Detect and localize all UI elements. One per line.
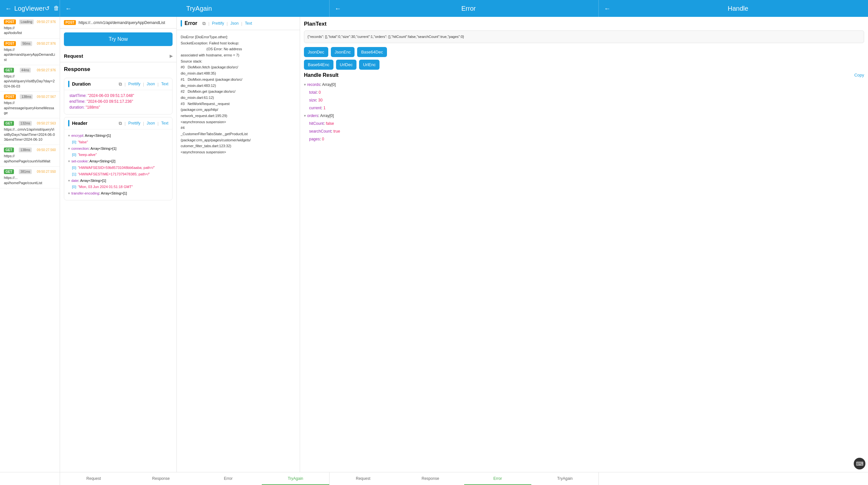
handle-back-icon[interactable]: ← bbox=[604, 5, 611, 12]
header-prettify-tab[interactable]: Prettify bbox=[128, 121, 141, 126]
main-content: POST Loading 09:50:27.976 https://api/to… bbox=[0, 17, 868, 472]
url-enc-button[interactable]: UrlEnc bbox=[359, 60, 379, 70]
list-item[interactable]: GET 138ms 09:50:27.560 https://api/homeP… bbox=[0, 145, 60, 167]
tab-tryagain-error[interactable]: Error bbox=[195, 472, 262, 485]
log-time: 09:50:27.567 bbox=[37, 95, 56, 99]
duration-indicator bbox=[68, 81, 69, 87]
list-item[interactable]: GET 44ms 09:50:27.976 https://api/visit/… bbox=[0, 65, 60, 92]
start-time-val: "2024-06-03 09:51:17.048" bbox=[88, 93, 134, 98]
log-url: https://api/homePage/countVisitWait bbox=[4, 154, 56, 164]
duration-prettify-tab[interactable]: Prettify bbox=[128, 82, 141, 86]
method-badge-get: GET bbox=[4, 68, 14, 73]
error-prettify-tab[interactable]: Prettify bbox=[212, 21, 224, 26]
refresh-icon[interactable]: ↺ bbox=[45, 5, 50, 12]
header-json-tab[interactable]: Json bbox=[147, 121, 155, 126]
method-badge-get: GET bbox=[4, 148, 14, 152]
list-item[interactable]: GET 381ms 09:50:27.550 https://...api/ho… bbox=[0, 167, 60, 188]
response-section: Response Duration ⧉ | Prettify | Json | … bbox=[60, 62, 177, 200]
tryagain-back-icon[interactable]: ← bbox=[65, 5, 72, 12]
tab-tryagain-response[interactable]: Response bbox=[127, 472, 194, 485]
method-badge-get: GET bbox=[4, 169, 14, 174]
handle-result-header: Handle Result Copy bbox=[304, 72, 864, 78]
error-copy-button[interactable]: ⧉ bbox=[203, 21, 206, 26]
fab-button[interactable]: ⌨ bbox=[854, 458, 865, 470]
header-text-tab[interactable]: Text bbox=[161, 121, 168, 126]
tab-group-tryagain: Request Response Error TryAgain bbox=[60, 472, 330, 485]
post-badge: POST bbox=[64, 20, 76, 25]
log-url: https://...crm/v1/api/visit/queryVisitBy… bbox=[4, 127, 56, 142]
try-now-button[interactable]: Try Now bbox=[64, 32, 173, 46]
url-bar: POST https://...crm/v1/api/demand/queryA… bbox=[60, 17, 177, 29]
button-row-2: Base64Enc UrlDec UrlEnc bbox=[304, 60, 864, 70]
duration-label: Duration bbox=[72, 82, 91, 87]
header-copy-button[interactable]: ⧉ bbox=[119, 121, 122, 126]
button-row-1: JsonDec JsonEnc Base64Dec bbox=[304, 47, 864, 57]
duration-json-tab[interactable]: Json bbox=[147, 82, 155, 86]
error-title-text: Error bbox=[185, 21, 197, 26]
log-url: https://api/visit/queryVisitByDay?day=20… bbox=[4, 74, 56, 89]
log-time: 09:50:27.550 bbox=[37, 170, 56, 173]
error-title: Error bbox=[461, 5, 475, 12]
log-url: https://api/message/queryHomeMessage bbox=[4, 100, 56, 116]
error-back-icon[interactable]: ← bbox=[335, 5, 341, 12]
base64-dec-button[interactable]: Base64Dec bbox=[357, 47, 386, 57]
logviewer-back-icon[interactable]: ← bbox=[5, 5, 12, 12]
header-logviewer: ← LogViewer ↺ 🗑 bbox=[0, 0, 60, 17]
log-status: 138ms bbox=[20, 94, 33, 99]
tab-error-error[interactable]: Error bbox=[464, 472, 531, 485]
delete-icon[interactable]: 🗑 bbox=[54, 5, 59, 12]
request-section-header[interactable]: Request ▶ bbox=[60, 50, 177, 62]
header-body: ▾encrypt: Array<String>[1] [0]: "false" … bbox=[64, 129, 172, 200]
log-status: 56ms bbox=[21, 41, 32, 46]
tab-group-error: Request Response Error TryAgain bbox=[330, 472, 599, 485]
log-time: 09:50:27.560 bbox=[37, 148, 56, 152]
log-status: 132ms bbox=[19, 121, 32, 126]
log-url: https://...api/homePage/countList bbox=[4, 175, 56, 186]
log-time: 09:50:27.563 bbox=[37, 122, 56, 125]
request-url: https://...crm/v1/api/demand/queryAppDem… bbox=[79, 21, 165, 25]
log-status: 138ms bbox=[19, 148, 32, 152]
list-item[interactable]: GET 132ms 09:50:27.563 https://...crm/v1… bbox=[0, 118, 60, 145]
error-panel: Error ⧉ | Prettify | Json | Text DioErro… bbox=[177, 17, 300, 472]
duration-val: "188ms" bbox=[86, 105, 100, 109]
request-section-label: Request bbox=[64, 53, 83, 59]
error-json-tab[interactable]: Json bbox=[230, 21, 239, 26]
header-label: Header bbox=[72, 121, 87, 126]
method-badge-get: GET bbox=[4, 121, 14, 126]
log-status-loading: Loading bbox=[19, 20, 34, 24]
base64-enc-button[interactable]: Base64Enc bbox=[304, 60, 334, 70]
tab-group-logviewer bbox=[0, 472, 60, 485]
log-url: https://api/todo/list bbox=[4, 26, 56, 36]
json-enc-button[interactable]: JsonEnc bbox=[331, 47, 355, 57]
duration-copy-button[interactable]: ⧉ bbox=[119, 82, 122, 87]
method-badge-post: POST bbox=[4, 94, 16, 99]
plain-text-box: {"records": [],"total":0,"size":30,"curr… bbox=[304, 30, 864, 43]
header-block-header: Header ⧉ | Prettify | Json | Text bbox=[64, 117, 172, 129]
method-badge-post: POST bbox=[4, 41, 16, 46]
copy-button[interactable]: Copy bbox=[855, 73, 864, 77]
tryagain-panel: POST https://...crm/v1/api/demand/queryA… bbox=[60, 17, 177, 472]
log-time: 09:50:27.976 bbox=[37, 42, 56, 45]
handle-title: Handle bbox=[727, 5, 748, 12]
end-time-key: endTime: bbox=[69, 99, 87, 104]
log-url: https://api/demand/queryAppDemandList bbox=[4, 47, 56, 62]
list-item[interactable]: POST Loading 09:50:27.976 https://api/to… bbox=[0, 17, 60, 39]
handle-result-title: Handle Result bbox=[304, 72, 339, 78]
tab-group-handle bbox=[599, 472, 868, 485]
tab-tryagain-request[interactable]: Request bbox=[60, 472, 127, 485]
start-time-key: startTime: bbox=[69, 93, 88, 98]
json-dec-button[interactable]: JsonDec bbox=[304, 47, 328, 57]
response-title: Response bbox=[60, 62, 177, 75]
duration-text-tab[interactable]: Text bbox=[161, 82, 168, 86]
tab-error-response[interactable]: Response bbox=[397, 472, 464, 485]
list-item[interactable]: POST 56ms 09:50:27.976 https://api/deman… bbox=[0, 39, 60, 65]
url-dec-button[interactable]: UrlDec bbox=[336, 60, 357, 70]
error-text-tab[interactable]: Text bbox=[245, 21, 252, 26]
tab-error-request[interactable]: Request bbox=[330, 472, 397, 485]
tab-tryagain-tryagain[interactable]: TryAgain bbox=[262, 472, 329, 485]
header-block: Header ⧉ | Prettify | Json | Text ▾encry… bbox=[64, 117, 173, 200]
log-time: 09:50:27.976 bbox=[37, 68, 56, 72]
list-item[interactable]: POST 138ms 09:50:27.567 https://api/mess… bbox=[0, 92, 60, 118]
tab-error-tryagain[interactable]: TryAgain bbox=[531, 472, 598, 485]
logviewer-title: LogViewer bbox=[14, 5, 45, 12]
